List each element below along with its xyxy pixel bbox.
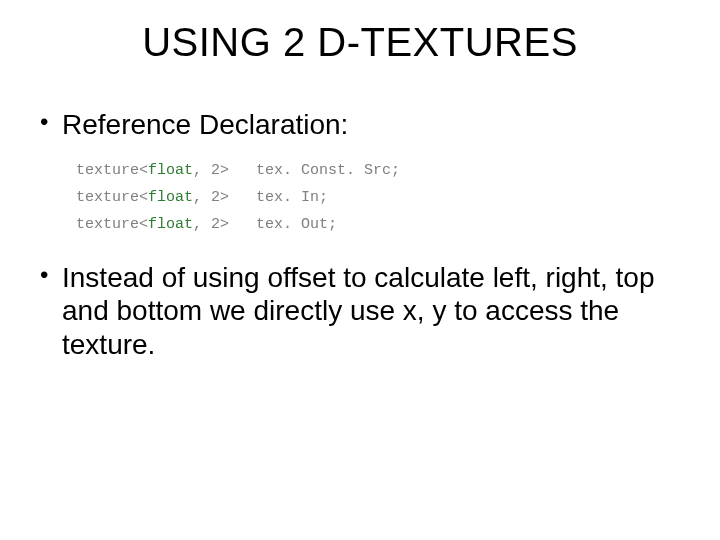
code-line-3: texture<float, 2> tex. Out; xyxy=(76,216,684,233)
code-token: texture< xyxy=(76,189,148,206)
code-keyword: float xyxy=(148,216,193,233)
slide: USING 2 D-TEXTURES Reference Declaration… xyxy=(0,0,720,540)
code-token: , 2> tex. In; xyxy=(193,189,328,206)
code-block: texture<float, 2> tex. Const. Src; textu… xyxy=(76,162,684,233)
bullet-instead-of-offset: Instead of using offset to calculate lef… xyxy=(36,261,684,362)
code-token: texture< xyxy=(76,162,148,179)
slide-body: Reference Declaration: texture<float, 2>… xyxy=(36,108,684,369)
bullet-reference-declaration: Reference Declaration: xyxy=(36,108,684,142)
code-token: texture< xyxy=(76,216,148,233)
code-keyword: float xyxy=(148,189,193,206)
code-line-2: texture<float, 2> tex. In; xyxy=(76,189,684,206)
slide-title: USING 2 D-TEXTURES xyxy=(0,20,720,65)
code-line-1: texture<float, 2> tex. Const. Src; xyxy=(76,162,684,179)
code-token: , 2> tex. Const. Src; xyxy=(193,162,400,179)
code-keyword: float xyxy=(148,162,193,179)
code-token: , 2> tex. Out; xyxy=(193,216,337,233)
